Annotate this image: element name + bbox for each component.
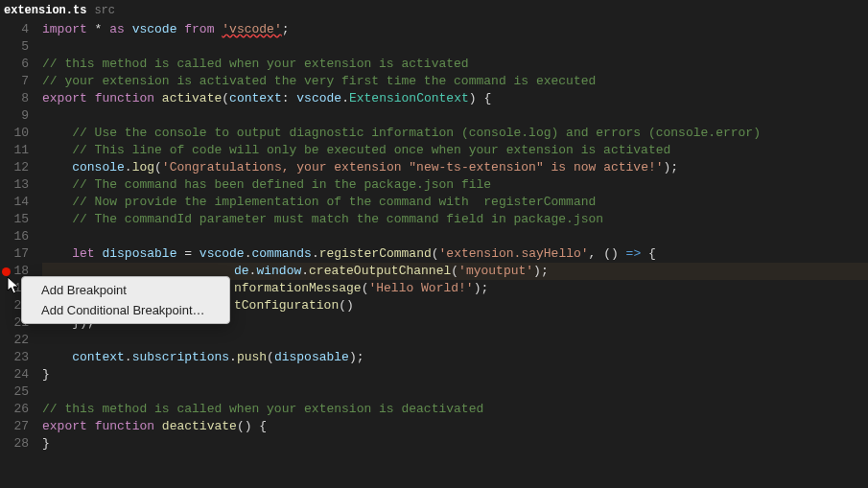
code-editor[interactable]: 4567891011121314151617181920212223242526… bbox=[0, 21, 868, 453]
code-area[interactable]: import * as vscode from 'vscode';// this… bbox=[42, 21, 868, 453]
code-line[interactable] bbox=[42, 332, 868, 349]
line-number[interactable]: 22 bbox=[0, 332, 29, 349]
code-line[interactable]: // Use the console to output diagnostic … bbox=[42, 125, 868, 142]
code-line[interactable]: // this method is called when your exten… bbox=[42, 401, 868, 418]
code-line[interactable]: context.subscriptions.push(disposable); bbox=[42, 349, 868, 366]
code-line[interactable]: // The command has been defined in the p… bbox=[42, 176, 868, 194]
tab-path: src bbox=[94, 4, 115, 17]
line-number[interactable]: 13 bbox=[0, 176, 29, 194]
line-number[interactable]: 27 bbox=[0, 418, 29, 435]
line-number[interactable]: 4 bbox=[0, 21, 29, 38]
code-line[interactable]: export function deactivate() { bbox=[42, 418, 868, 435]
breakpoint-context-menu[interactable]: Add BreakpointAdd Conditional Breakpoint… bbox=[21, 276, 230, 324]
line-number[interactable]: 14 bbox=[0, 194, 29, 211]
line-number[interactable]: 5 bbox=[0, 38, 29, 56]
code-line[interactable] bbox=[42, 228, 868, 245]
line-number[interactable]: 12 bbox=[0, 159, 29, 176]
breakpoint-glyph[interactable] bbox=[2, 267, 11, 276]
code-line[interactable]: export function activate(context: vscode… bbox=[42, 90, 868, 107]
context-menu-item[interactable]: Add Conditional Breakpoint… bbox=[22, 300, 229, 320]
line-number[interactable]: 11 bbox=[0, 142, 29, 159]
code-line[interactable]: let disposable = vscode.commands.registe… bbox=[42, 245, 868, 263]
line-number[interactable]: 9 bbox=[0, 107, 29, 125]
line-number[interactable]: 16 bbox=[0, 228, 29, 245]
line-number[interactable]: 17 bbox=[0, 245, 29, 263]
line-number[interactable]: 23 bbox=[0, 349, 29, 366]
context-menu-item[interactable]: Add Breakpoint bbox=[22, 280, 229, 300]
code-line[interactable] bbox=[42, 107, 868, 125]
gutter[interactable]: 4567891011121314151617181920212223242526… bbox=[0, 21, 42, 453]
line-number[interactable]: 7 bbox=[0, 73, 29, 90]
tab-filename[interactable]: extension.ts bbox=[4, 4, 86, 17]
code-line[interactable]: // your extension is activated the very … bbox=[42, 73, 868, 90]
code-line[interactable] bbox=[42, 38, 868, 56]
line-number[interactable]: 26 bbox=[0, 401, 29, 418]
code-line[interactable]: // The commandId parameter must match th… bbox=[42, 211, 868, 228]
line-number[interactable]: 25 bbox=[0, 383, 29, 401]
code-line[interactable]: // This line of code will only be execut… bbox=[42, 142, 868, 159]
line-number[interactable]: 8 bbox=[0, 90, 29, 107]
editor-tab-bar: extension.ts src bbox=[0, 0, 868, 21]
code-line[interactable]: // Now provide the implementation of the… bbox=[42, 194, 868, 211]
line-number[interactable]: 10 bbox=[0, 125, 29, 142]
code-line[interactable]: // this method is called when your exten… bbox=[42, 56, 868, 73]
line-number[interactable]: 24 bbox=[0, 366, 29, 383]
line-number[interactable]: 28 bbox=[0, 435, 29, 453]
code-line[interactable]: console.log('Congratulations, your exten… bbox=[42, 159, 868, 176]
code-line[interactable]: } bbox=[42, 435, 868, 453]
code-line[interactable]: } bbox=[42, 366, 868, 383]
code-line[interactable]: import * as vscode from 'vscode'; bbox=[42, 21, 868, 38]
line-number[interactable]: 15 bbox=[0, 211, 29, 228]
code-line[interactable] bbox=[42, 383, 868, 401]
line-number[interactable]: 6 bbox=[0, 56, 29, 73]
